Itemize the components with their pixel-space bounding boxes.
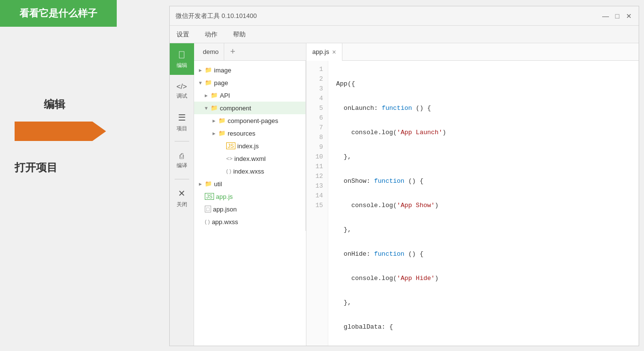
- demo-tab-bar: demo +: [194, 43, 306, 61]
- tree-item-index-js[interactable]: JS index.js: [194, 140, 305, 152]
- folder-name-resources: resources: [228, 130, 255, 137]
- tree-item-api[interactable]: ► 📁 API: [194, 89, 305, 102]
- tree-item-util[interactable]: ► 📁 util: [194, 177, 305, 190]
- tree-item-app-wxss[interactable]: ( ) app.wxss: [194, 215, 305, 228]
- folder-icon: 📁: [218, 117, 226, 124]
- sidebar-item-edit[interactable]: ⎕ 编辑: [170, 43, 194, 75]
- sidebar-icons: ⎕ 编辑 </> 调试 ☰ 项目 ⎙ 编译 ✕ 关闭: [170, 43, 194, 346]
- project-icon-label: 项目: [177, 125, 187, 132]
- code-line-10: },: [336, 298, 631, 308]
- folder-arrow-icon: ▼: [198, 80, 205, 86]
- folder-icon: 📁: [218, 130, 226, 137]
- sidebar-item-project[interactable]: ☰ 项目: [170, 106, 194, 138]
- tab-close-icon[interactable]: ×: [332, 48, 336, 56]
- menu-settings[interactable]: 设置: [174, 28, 192, 41]
- folder-name-api: API: [220, 92, 230, 99]
- code-line-5: onShow: function () {: [336, 176, 631, 186]
- menu-actions[interactable]: 动作: [202, 28, 220, 41]
- folder-arrow-icon: ►: [204, 93, 211, 98]
- file-name-index-wxml: index.wxml: [234, 155, 266, 162]
- folder-icon: 📁: [205, 180, 212, 187]
- js-file-icon-app: JS: [205, 193, 214, 200]
- wxss-file-icon-app: ( ): [205, 219, 210, 225]
- code-line-2: onLaunch: function () {: [336, 104, 631, 113]
- folder-arrow-icon: ►: [212, 118, 218, 123]
- code-line-6: console.log('App Show'): [336, 201, 631, 211]
- line-numbers: 1 2 3 4 5 6 7 8 9 10 11 12 13 14 15: [306, 61, 328, 346]
- demo-tab[interactable]: demo: [198, 43, 224, 61]
- debug-icon-label: 调试: [177, 92, 187, 100]
- file-name-app-json: app.json: [213, 206, 237, 213]
- annotation-area: 编辑 打开项目: [15, 97, 161, 175]
- project-icon: ☰: [178, 112, 186, 123]
- code-line-4: },: [336, 152, 631, 162]
- tree-item-index-wxss[interactable]: ( ) index.wxss: [194, 165, 305, 177]
- tree-item-app-js[interactable]: JS app.js: [194, 190, 305, 203]
- close-sidebar-icon: ✕: [178, 188, 185, 199]
- title-bar: 微信开发者工具 0.10.101400 — □ ✕: [170, 6, 639, 26]
- close-sidebar-label: 关闭: [177, 201, 187, 208]
- arrow-shape: [15, 122, 92, 141]
- js-file-icon: JS: [226, 142, 235, 149]
- tree-item-component[interactable]: ▼ 📁 component: [194, 102, 305, 114]
- code-content: App({ onLaunch: function () { console.lo…: [328, 61, 639, 346]
- code-line-8: onHide: function () {: [336, 249, 631, 259]
- tree-item-resources[interactable]: ► 📁 resources: [194, 127, 305, 140]
- folder-icon: 📁: [205, 79, 212, 86]
- code-tabs: app.js ×: [306, 43, 639, 61]
- folder-name-util: util: [214, 180, 222, 188]
- menu-help[interactable]: 帮助: [230, 28, 249, 41]
- folder-name-component: component: [220, 105, 251, 112]
- folder-name-image: image: [214, 67, 231, 74]
- menu-bar: 设置 动作 帮助: [170, 26, 639, 43]
- folder-arrow-icon: ►: [198, 68, 205, 73]
- json-file-icon: □: [205, 206, 211, 212]
- ide-body: ⎕ 编辑 </> 调试 ☰ 项目 ⎙ 编译 ✕ 关闭: [170, 43, 639, 346]
- wxml-file-icon: <>: [226, 156, 233, 161]
- folder-name-component-pages: component-pages: [228, 117, 278, 124]
- window-title: 微信开发者工具 0.10.101400: [176, 12, 257, 20]
- file-name-index-js: index.js: [237, 142, 259, 150]
- code-line-9: console.log('App Hide'): [336, 274, 631, 283]
- code-line-11: globalData: {: [336, 322, 631, 332]
- sidebar-divider: [175, 141, 189, 141]
- file-name-app-wxss: app.wxss: [212, 218, 238, 226]
- folder-icon: 📁: [211, 92, 218, 99]
- open-project-label: 打开项目: [15, 161, 57, 174]
- code-tab-label: app.js: [312, 48, 329, 55]
- file-name-index-wxss: index.wxss: [233, 168, 264, 175]
- maximize-button[interactable]: □: [613, 12, 621, 20]
- file-name-app-js: app.js: [216, 193, 233, 200]
- tree-item-page[interactable]: ▼ 📁 page: [194, 76, 305, 89]
- compile-icon-label: 编译: [177, 162, 187, 169]
- add-tab-button[interactable]: +: [226, 45, 240, 59]
- folder-icon: 📁: [211, 105, 218, 111]
- folder-arrow-icon: ►: [198, 181, 205, 187]
- sidebar-divider-2: [175, 179, 189, 179]
- tree-item-image[interactable]: ► 📁 image: [194, 64, 305, 76]
- minimize-button[interactable]: —: [602, 12, 609, 20]
- window-controls: — □ ✕: [602, 12, 633, 20]
- annotation-arrow: [15, 122, 92, 141]
- close-button[interactable]: ✕: [625, 12, 633, 20]
- code-line-7: },: [336, 225, 631, 235]
- code-tab-app-js[interactable]: app.js ×: [306, 43, 342, 61]
- edit-icon-label: 编辑: [177, 62, 187, 69]
- sidebar-item-debug[interactable]: </> 调试: [170, 75, 194, 106]
- folder-arrow-icon: ▼: [204, 105, 211, 111]
- editor-area: app.js × 1 2 3 4 5 6 7 8 9 10 11: [306, 43, 639, 346]
- banner-text: 看看它是什么样子: [19, 7, 97, 20]
- wxss-file-icon: ( ): [226, 168, 231, 174]
- code-line-1: App({: [336, 79, 631, 89]
- tree-item-app-json[interactable]: □ app.json: [194, 203, 305, 215]
- code-line-3: console.log('App Launch'): [336, 128, 631, 138]
- folder-name-page: page: [214, 79, 228, 87]
- debug-icon: </>: [177, 82, 187, 90]
- sidebar-item-compile[interactable]: ⎙ 编译: [170, 144, 194, 176]
- tree-item-component-pages[interactable]: ► 📁 component-pages: [194, 114, 305, 127]
- edit-icon: ⎕: [179, 50, 184, 60]
- folder-icon: 📁: [205, 67, 212, 73]
- edit-label: 编辑: [44, 97, 65, 112]
- tree-item-index-wxml[interactable]: <> index.wxml: [194, 152, 305, 165]
- sidebar-item-close[interactable]: ✕ 关闭: [170, 182, 194, 214]
